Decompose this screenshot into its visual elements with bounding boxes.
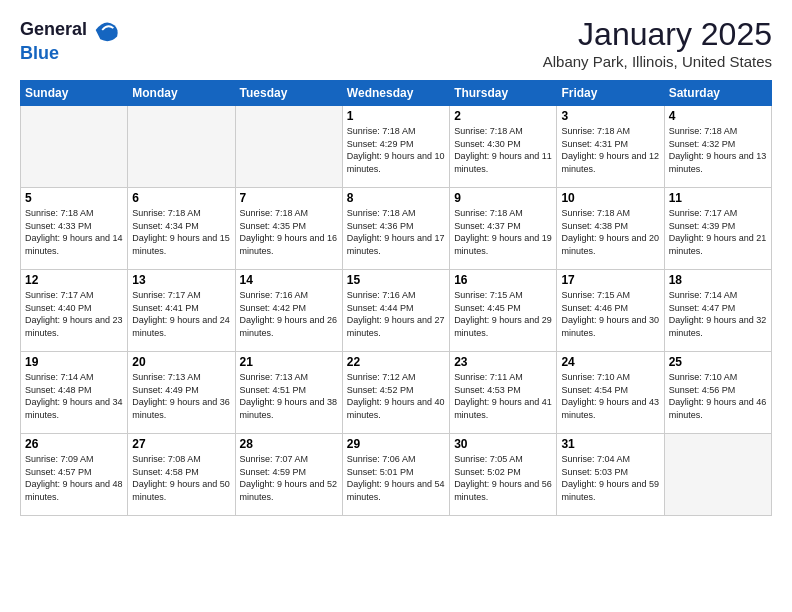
calendar-cell: 17Sunrise: 7:15 AMSunset: 4:46 PMDayligh… (557, 270, 664, 352)
calendar-cell: 8Sunrise: 7:18 AMSunset: 4:36 PMDaylight… (342, 188, 449, 270)
logo-icon (91, 16, 119, 44)
header-thursday: Thursday (450, 81, 557, 106)
calendar-cell: 3Sunrise: 7:18 AMSunset: 4:31 PMDaylight… (557, 106, 664, 188)
calendar-cell: 10Sunrise: 7:18 AMSunset: 4:38 PMDayligh… (557, 188, 664, 270)
day-info: Sunrise: 7:18 AMSunset: 4:36 PMDaylight:… (347, 207, 445, 257)
calendar-cell: 21Sunrise: 7:13 AMSunset: 4:51 PMDayligh… (235, 352, 342, 434)
day-info: Sunrise: 7:17 AMSunset: 4:39 PMDaylight:… (669, 207, 767, 257)
calendar-table: Sunday Monday Tuesday Wednesday Thursday… (20, 80, 772, 516)
day-number: 19 (25, 355, 123, 369)
day-info: Sunrise: 7:15 AMSunset: 4:46 PMDaylight:… (561, 289, 659, 339)
calendar-cell: 25Sunrise: 7:10 AMSunset: 4:56 PMDayligh… (664, 352, 771, 434)
day-number: 31 (561, 437, 659, 451)
day-info: Sunrise: 7:14 AMSunset: 4:47 PMDaylight:… (669, 289, 767, 339)
calendar-cell: 24Sunrise: 7:10 AMSunset: 4:54 PMDayligh… (557, 352, 664, 434)
day-info: Sunrise: 7:13 AMSunset: 4:51 PMDaylight:… (240, 371, 338, 421)
day-number: 24 (561, 355, 659, 369)
calendar-cell: 15Sunrise: 7:16 AMSunset: 4:44 PMDayligh… (342, 270, 449, 352)
calendar-week-4: 26Sunrise: 7:09 AMSunset: 4:57 PMDayligh… (21, 434, 772, 516)
day-info: Sunrise: 7:18 AMSunset: 4:38 PMDaylight:… (561, 207, 659, 257)
day-number: 10 (561, 191, 659, 205)
header-friday: Friday (557, 81, 664, 106)
day-info: Sunrise: 7:18 AMSunset: 4:33 PMDaylight:… (25, 207, 123, 257)
day-info: Sunrise: 7:15 AMSunset: 4:45 PMDaylight:… (454, 289, 552, 339)
day-number: 11 (669, 191, 767, 205)
page: General Blue January 2025 Albany Park, I… (0, 0, 792, 526)
title-area: January 2025 Albany Park, Illinois, Unit… (543, 16, 772, 70)
day-info: Sunrise: 7:11 AMSunset: 4:53 PMDaylight:… (454, 371, 552, 421)
day-number: 17 (561, 273, 659, 287)
calendar-cell: 20Sunrise: 7:13 AMSunset: 4:49 PMDayligh… (128, 352, 235, 434)
calendar-cell: 13Sunrise: 7:17 AMSunset: 4:41 PMDayligh… (128, 270, 235, 352)
day-number: 28 (240, 437, 338, 451)
day-info: Sunrise: 7:18 AMSunset: 4:30 PMDaylight:… (454, 125, 552, 175)
day-number: 1 (347, 109, 445, 123)
day-number: 20 (132, 355, 230, 369)
day-info: Sunrise: 7:07 AMSunset: 4:59 PMDaylight:… (240, 453, 338, 503)
day-number: 26 (25, 437, 123, 451)
header-saturday: Saturday (664, 81, 771, 106)
calendar-cell (235, 106, 342, 188)
logo: General Blue (20, 16, 119, 64)
calendar-cell: 27Sunrise: 7:08 AMSunset: 4:58 PMDayligh… (128, 434, 235, 516)
day-info: Sunrise: 7:17 AMSunset: 4:40 PMDaylight:… (25, 289, 123, 339)
calendar-cell: 19Sunrise: 7:14 AMSunset: 4:48 PMDayligh… (21, 352, 128, 434)
day-number: 12 (25, 273, 123, 287)
calendar-cell (128, 106, 235, 188)
day-info: Sunrise: 7:06 AMSunset: 5:01 PMDaylight:… (347, 453, 445, 503)
day-number: 30 (454, 437, 552, 451)
day-info: Sunrise: 7:16 AMSunset: 4:44 PMDaylight:… (347, 289, 445, 339)
calendar-week-1: 5Sunrise: 7:18 AMSunset: 4:33 PMDaylight… (21, 188, 772, 270)
calendar-week-2: 12Sunrise: 7:17 AMSunset: 4:40 PMDayligh… (21, 270, 772, 352)
day-number: 27 (132, 437, 230, 451)
calendar-cell: 23Sunrise: 7:11 AMSunset: 4:53 PMDayligh… (450, 352, 557, 434)
logo-blue: Blue (20, 44, 119, 64)
header: General Blue January 2025 Albany Park, I… (20, 16, 772, 70)
day-info: Sunrise: 7:13 AMSunset: 4:49 PMDaylight:… (132, 371, 230, 421)
calendar-cell: 16Sunrise: 7:15 AMSunset: 4:45 PMDayligh… (450, 270, 557, 352)
day-number: 13 (132, 273, 230, 287)
day-info: Sunrise: 7:14 AMSunset: 4:48 PMDaylight:… (25, 371, 123, 421)
calendar-cell: 26Sunrise: 7:09 AMSunset: 4:57 PMDayligh… (21, 434, 128, 516)
day-number: 18 (669, 273, 767, 287)
header-wednesday: Wednesday (342, 81, 449, 106)
day-info: Sunrise: 7:17 AMSunset: 4:41 PMDaylight:… (132, 289, 230, 339)
day-info: Sunrise: 7:12 AMSunset: 4:52 PMDaylight:… (347, 371, 445, 421)
calendar-cell: 6Sunrise: 7:18 AMSunset: 4:34 PMDaylight… (128, 188, 235, 270)
calendar-cell: 14Sunrise: 7:16 AMSunset: 4:42 PMDayligh… (235, 270, 342, 352)
calendar-cell: 29Sunrise: 7:06 AMSunset: 5:01 PMDayligh… (342, 434, 449, 516)
day-info: Sunrise: 7:05 AMSunset: 5:02 PMDaylight:… (454, 453, 552, 503)
calendar-cell (21, 106, 128, 188)
calendar-week-3: 19Sunrise: 7:14 AMSunset: 4:48 PMDayligh… (21, 352, 772, 434)
day-info: Sunrise: 7:18 AMSunset: 4:35 PMDaylight:… (240, 207, 338, 257)
calendar-cell: 9Sunrise: 7:18 AMSunset: 4:37 PMDaylight… (450, 188, 557, 270)
day-number: 5 (25, 191, 123, 205)
day-number: 3 (561, 109, 659, 123)
calendar-cell: 31Sunrise: 7:04 AMSunset: 5:03 PMDayligh… (557, 434, 664, 516)
day-info: Sunrise: 7:16 AMSunset: 4:42 PMDaylight:… (240, 289, 338, 339)
calendar-subtitle: Albany Park, Illinois, United States (543, 53, 772, 70)
calendar-cell: 7Sunrise: 7:18 AMSunset: 4:35 PMDaylight… (235, 188, 342, 270)
day-info: Sunrise: 7:10 AMSunset: 4:56 PMDaylight:… (669, 371, 767, 421)
day-number: 29 (347, 437, 445, 451)
calendar-week-0: 1Sunrise: 7:18 AMSunset: 4:29 PMDaylight… (21, 106, 772, 188)
calendar-cell: 4Sunrise: 7:18 AMSunset: 4:32 PMDaylight… (664, 106, 771, 188)
day-number: 16 (454, 273, 552, 287)
day-number: 7 (240, 191, 338, 205)
day-info: Sunrise: 7:04 AMSunset: 5:03 PMDaylight:… (561, 453, 659, 503)
day-info: Sunrise: 7:18 AMSunset: 4:29 PMDaylight:… (347, 125, 445, 175)
calendar-cell: 18Sunrise: 7:14 AMSunset: 4:47 PMDayligh… (664, 270, 771, 352)
day-number: 15 (347, 273, 445, 287)
calendar-cell: 5Sunrise: 7:18 AMSunset: 4:33 PMDaylight… (21, 188, 128, 270)
day-info: Sunrise: 7:08 AMSunset: 4:58 PMDaylight:… (132, 453, 230, 503)
day-number: 2 (454, 109, 552, 123)
day-info: Sunrise: 7:18 AMSunset: 4:32 PMDaylight:… (669, 125, 767, 175)
calendar-cell: 28Sunrise: 7:07 AMSunset: 4:59 PMDayligh… (235, 434, 342, 516)
day-number: 9 (454, 191, 552, 205)
day-info: Sunrise: 7:09 AMSunset: 4:57 PMDaylight:… (25, 453, 123, 503)
calendar-cell: 12Sunrise: 7:17 AMSunset: 4:40 PMDayligh… (21, 270, 128, 352)
calendar-title: January 2025 (543, 16, 772, 53)
day-info: Sunrise: 7:18 AMSunset: 4:37 PMDaylight:… (454, 207, 552, 257)
logo-general: General (20, 20, 87, 40)
header-sunday: Sunday (21, 81, 128, 106)
